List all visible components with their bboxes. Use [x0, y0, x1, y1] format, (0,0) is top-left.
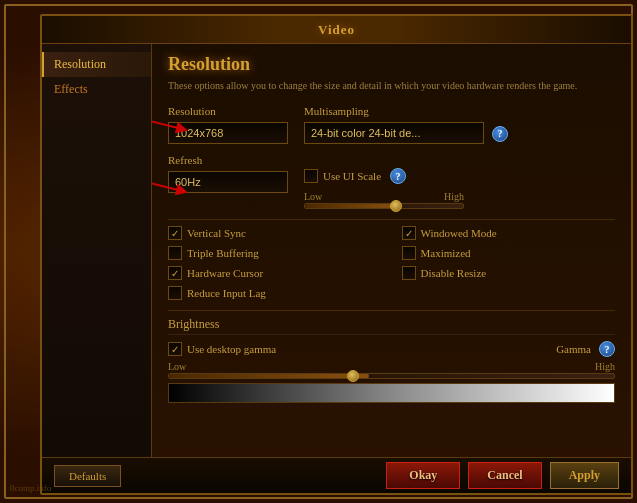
brightness-section: Brightness Use desktop gamma Gamma ? Low [168, 317, 615, 403]
brightness-bar [168, 383, 615, 403]
resolution-select[interactable]: 1024x768 [168, 122, 288, 144]
gamma-slider-labels: Low High [168, 361, 615, 372]
refresh-select[interactable]: 60Hz [168, 171, 288, 193]
multisampling-select[interactable]: 24-bit color 24-bit de... [304, 122, 484, 144]
triple-buffering-checkbox[interactable] [168, 246, 182, 260]
okay-button[interactable]: Okay [386, 462, 460, 489]
uiscale-checkbox-item[interactable]: Use UI Scale ? [304, 168, 464, 184]
uiscale-label: Use UI Scale [323, 170, 381, 182]
divider-2 [168, 310, 615, 311]
title-bar: Video [42, 16, 631, 44]
hardware-cursor-item[interactable]: Hardware Cursor [168, 266, 382, 280]
settings-area: 1 2 [152, 44, 631, 467]
hardware-cursor-checkbox[interactable] [168, 266, 182, 280]
reduce-input-lag-checkbox[interactable] [168, 286, 182, 300]
sidebar-item-resolution[interactable]: Resolution [42, 52, 151, 77]
desktop-gamma-checkbox[interactable] [168, 342, 182, 356]
resolution-multisampling-row: Resolution 1024x768 Multisampling 24-bit… [168, 105, 615, 144]
maximized-checkbox[interactable] [402, 246, 416, 260]
desktop-gamma-label: Use desktop gamma [187, 343, 276, 355]
vertical-sync-checkbox[interactable] [168, 226, 182, 240]
desktop-gamma-item[interactable]: Use desktop gamma [168, 342, 276, 356]
uiscale-field: Use UI Scale ? Low High [304, 168, 464, 209]
uiscale-help-icon[interactable]: ? [390, 168, 406, 184]
uiscale-slider-labels: Low High [304, 191, 464, 202]
dialog: Video Resolution Effects 1 [40, 14, 633, 495]
sidebar: Resolution Effects [42, 44, 152, 467]
refresh-field: Refresh 60Hz [168, 154, 288, 193]
divider-1 [168, 219, 615, 220]
refresh-uiscale-row: Refresh 60Hz Use UI Scale ? [168, 154, 615, 209]
maximized-label: Maximized [421, 247, 471, 259]
uiscale-slider-track[interactable] [304, 203, 464, 209]
uiscale-checkbox[interactable] [304, 169, 318, 183]
watermark: 0comp.info [10, 483, 51, 493]
vertical-sync-item[interactable]: Vertical Sync [168, 226, 382, 240]
disable-resize-checkbox[interactable] [402, 266, 416, 280]
content-area: Resolution Effects 1 [42, 44, 631, 467]
settings-description: These options allow you to change the si… [168, 79, 615, 93]
refresh-dropdown-wrapper: 60Hz [168, 171, 288, 193]
multisampling-field: Multisampling 24-bit color 24-bit de... … [304, 105, 508, 144]
sidebar-item-effects[interactable]: Effects [42, 77, 151, 102]
resolution-label: Resolution [168, 105, 288, 117]
maximized-item[interactable]: Maximized [402, 246, 616, 260]
multisampling-help-icon[interactable]: ? [492, 126, 508, 142]
hardware-cursor-label: Hardware Cursor [187, 267, 263, 279]
gamma-slider-section: Low High [168, 361, 615, 379]
cancel-button[interactable]: Cancel [468, 462, 541, 489]
triple-buffering-label: Triple Buffering [187, 247, 259, 259]
windowed-mode-item[interactable]: Windowed Mode [402, 226, 616, 240]
bottom-bar: Defaults Okay Cancel Apply [42, 457, 631, 493]
empty-cell [402, 286, 616, 300]
reduce-input-lag-item[interactable]: Reduce Input Lag [168, 286, 382, 300]
brightness-title: Brightness [168, 317, 615, 335]
gamma-label-row: Gamma ? [556, 341, 615, 357]
options-checkboxes: Vertical Sync Windowed Mode Triple Buffe… [168, 226, 615, 300]
gamma-slider-track[interactable] [168, 373, 615, 379]
apply-button[interactable]: Apply [550, 462, 619, 489]
multisampling-label: Multisampling [304, 105, 508, 117]
resolution-dropdown-wrapper: 1024x768 [168, 122, 288, 144]
gamma-slider-thumb[interactable] [347, 370, 359, 382]
windowed-mode-label: Windowed Mode [421, 227, 497, 239]
disable-resize-item[interactable]: Disable Resize [402, 266, 616, 280]
windowed-mode-checkbox[interactable] [402, 226, 416, 240]
resolution-field: Resolution 1024x768 [168, 105, 288, 144]
uiscale-slider-thumb[interactable] [390, 200, 402, 212]
vertical-sync-label: Vertical Sync [187, 227, 246, 239]
multisampling-dropdown-wrapper: 24-bit color 24-bit de... ? [304, 122, 508, 144]
gamma-label: Gamma [556, 343, 591, 355]
dialog-title: Video [318, 22, 355, 37]
settings-title: Resolution [168, 54, 615, 75]
desktop-gamma-row: Use desktop gamma Gamma ? [168, 341, 615, 357]
defaults-button[interactable]: Defaults [54, 465, 121, 487]
uiscale-slider-section: Low High [304, 191, 464, 209]
uiscale-slider-fill [305, 204, 400, 208]
triple-buffering-item[interactable]: Triple Buffering [168, 246, 382, 260]
disable-resize-label: Disable Resize [421, 267, 487, 279]
reduce-input-lag-label: Reduce Input Lag [187, 287, 266, 299]
gamma-slider-fill [169, 374, 369, 378]
gamma-help-icon[interactable]: ? [599, 341, 615, 357]
refresh-label: Refresh [168, 154, 288, 166]
